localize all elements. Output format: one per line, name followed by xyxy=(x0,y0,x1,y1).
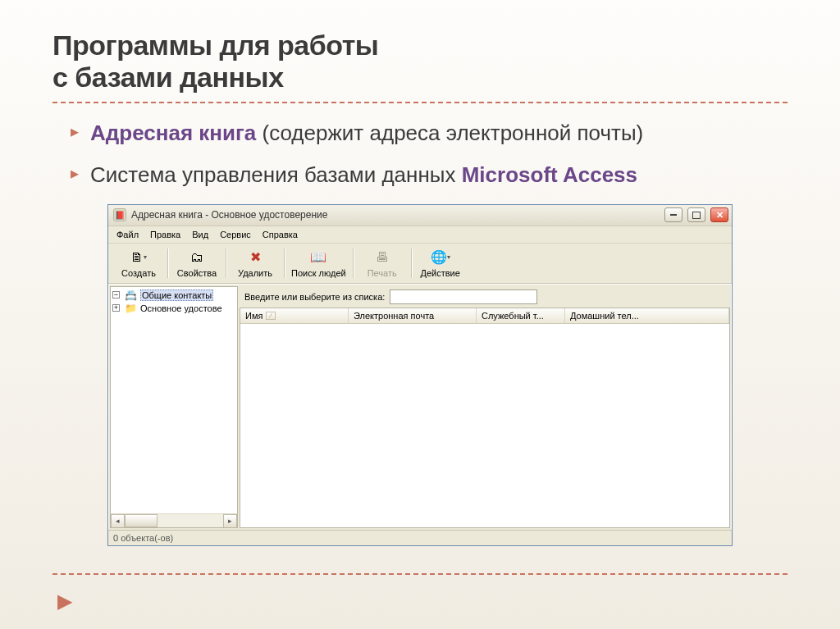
column-email[interactable]: Электронная почта xyxy=(349,308,477,323)
sort-indicator-icon[interactable]: ⁄ xyxy=(266,312,276,320)
column-work-phone[interactable]: Служебный т... xyxy=(477,308,565,323)
footer-divider xyxy=(52,573,788,575)
menu-view[interactable]: Вид xyxy=(187,228,213,241)
toolbar-separator xyxy=(226,248,226,278)
toolbar-separator xyxy=(284,248,285,278)
printer-icon: 🖶 xyxy=(372,248,392,267)
column-name[interactable]: Имя ⁄ xyxy=(240,308,349,323)
list-body[interactable] xyxy=(240,324,729,527)
folder-tree[interactable]: − 📇 Общие контакты + 📁 Основное удостове… xyxy=(110,286,238,528)
address-book-icon: 📕 xyxy=(113,208,126,221)
contacts-list[interactable]: Имя ⁄ Электронная почта Служебный т... Д… xyxy=(240,308,730,528)
bullet-pre: Система управления базами данных xyxy=(90,162,462,187)
expand-toggle-icon[interactable]: + xyxy=(112,304,120,312)
tree-item-main-identity[interactable]: + 📁 Основное удостове xyxy=(111,302,237,315)
bullet-list: ▸ Адресная книга (содержит адреса электр… xyxy=(52,118,788,189)
folder-icon: 📁 xyxy=(125,303,137,314)
delete-icon: ✖ xyxy=(245,248,265,267)
window-titlebar[interactable]: 📕 Адресная книга - Основное удостоверени… xyxy=(108,205,732,226)
menu-edit[interactable]: Правка xyxy=(145,228,185,241)
horizontal-scrollbar[interactable]: ◂ ▸ xyxy=(111,513,237,527)
search-input[interactable] xyxy=(390,289,537,304)
column-headers: Имя ⁄ Электронная почта Служебный т... Д… xyxy=(240,308,729,324)
properties-button[interactable]: 🗂 Свойства xyxy=(171,247,222,280)
bullet-text: Адресная книга (содержит адреса электрон… xyxy=(90,118,643,148)
bullet-marker-icon: ▸ xyxy=(71,160,79,186)
card-icon: 🗂 xyxy=(187,248,207,267)
toolbar: 🗎▾ Создать 🗂 Свойства ✖ Удалить 📖 Поиск … xyxy=(108,244,732,284)
menu-bar: Файл Правка Вид Сервис Справка xyxy=(108,226,732,244)
list-item: ▸ Адресная книга (содержит адреса электр… xyxy=(71,118,788,148)
toolbar-separator xyxy=(411,248,412,278)
find-people-button[interactable]: 📖 Поиск людей xyxy=(288,247,349,280)
search-label: Введите или выберите из списка: xyxy=(244,292,385,302)
action-button[interactable]: 🌐▾ Действие xyxy=(415,247,466,280)
toolbar-separator xyxy=(167,248,168,278)
slide-title: Программы для работыс базами данных xyxy=(52,30,788,93)
scroll-right-button[interactable]: ▸ xyxy=(223,514,237,528)
create-button[interactable]: 🗎▾ Создать xyxy=(113,247,164,280)
status-bar: 0 объекта(-ов) xyxy=(108,530,732,545)
list-item: ▸ Система управления базами данных Micro… xyxy=(71,160,788,189)
toolbar-separator xyxy=(353,248,354,278)
book-icon: 📖 xyxy=(308,248,328,267)
delete-button[interactable]: ✖ Удалить xyxy=(230,247,281,280)
slide-corner-arrow-icon: ▶ xyxy=(57,590,72,613)
menu-file[interactable]: Файл xyxy=(112,228,144,241)
title-divider xyxy=(52,102,788,103)
maximize-button[interactable] xyxy=(687,207,705,222)
window-title: Адресная книга - Основное удостоверение xyxy=(131,209,327,221)
close-button[interactable] xyxy=(710,207,728,222)
minimize-button[interactable] xyxy=(664,207,682,222)
contacts-icon: 📇 xyxy=(125,289,137,301)
highlight-text: Адресная книга xyxy=(90,121,256,145)
bullet-rest: (содержит адреса электронной почты) xyxy=(256,121,643,145)
bullet-text: Система управления базами данных Microso… xyxy=(90,160,637,189)
bullet-marker-icon: ▸ xyxy=(71,118,79,144)
tree-item-shared-contacts[interactable]: − 📇 Общие контакты xyxy=(111,289,237,302)
highlight-text: Microsoft Access xyxy=(462,162,637,187)
scroll-thumb[interactable] xyxy=(125,514,158,527)
menu-help[interactable]: Справка xyxy=(258,228,303,241)
print-button[interactable]: 🖶 Печать xyxy=(357,247,408,280)
new-card-icon: 🗎▾ xyxy=(129,248,148,267)
scroll-left-button[interactable]: ◂ xyxy=(111,514,125,528)
column-home-phone[interactable]: Домашний тел... xyxy=(565,308,729,323)
globe-icon: 🌐▾ xyxy=(431,248,450,267)
expand-toggle-icon[interactable]: − xyxy=(112,291,120,299)
address-book-window: 📕 Адресная книга - Основное удостоверени… xyxy=(107,204,733,546)
menu-tools[interactable]: Сервис xyxy=(215,228,256,241)
